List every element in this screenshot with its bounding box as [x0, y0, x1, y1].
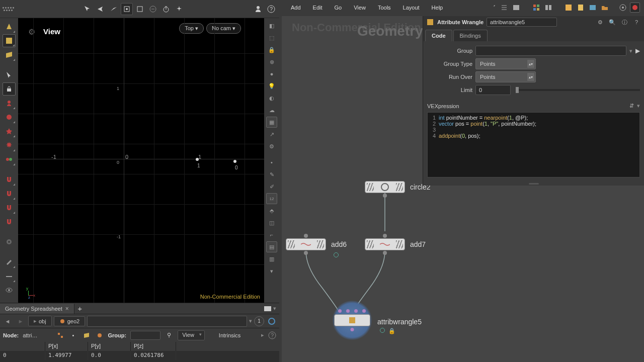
- input-dot[interactable]: [346, 309, 350, 313]
- menu-tools[interactable]: Tools: [373, 3, 396, 13]
- rt-icon[interactable]: ✎: [266, 169, 277, 180]
- note-icon[interactable]: [564, 3, 574, 13]
- magnet2-icon[interactable]: [3, 187, 16, 200]
- resize-grip[interactable]: [423, 182, 644, 186]
- gear-tool-icon[interactable]: [3, 235, 16, 248]
- rt-icon[interactable]: ⌐: [266, 229, 277, 240]
- dropdown-icon[interactable]: ▾: [629, 48, 632, 54]
- arrow2-icon[interactable]: [95, 3, 107, 15]
- input-dot[interactable]: [354, 309, 358, 313]
- input-dot[interactable]: [362, 309, 366, 313]
- input-dot[interactable]: [304, 234, 308, 238]
- minus-icon[interactable]: [147, 3, 159, 15]
- wrench-icon[interactable]: [487, 3, 497, 13]
- document-icon[interactable]: [576, 3, 586, 13]
- rt-icon[interactable]: ●: [266, 68, 277, 79]
- crumb-obj[interactable]: ▸obj: [28, 316, 52, 326]
- view-select[interactable]: View: [178, 330, 205, 340]
- frame-icon[interactable]: [134, 3, 146, 15]
- crumb-geo[interactable]: geo2: [54, 316, 85, 326]
- vex-editor[interactable]: 1int pointNumber = nearpoint(1, @P);2vec…: [427, 112, 640, 177]
- cone-icon[interactable]: [3, 20, 16, 33]
- tab-code[interactable]: Code: [425, 30, 452, 41]
- folder-icon[interactable]: [600, 3, 610, 13]
- search-icon[interactable]: 🔍: [608, 18, 617, 27]
- record-icon[interactable]: [630, 3, 640, 13]
- arrow-tool-icon[interactable]: [82, 3, 94, 15]
- add-tab-button[interactable]: +: [74, 303, 86, 314]
- filter-icon[interactable]: ⚲: [165, 331, 174, 340]
- lock-icon[interactable]: [3, 82, 16, 96]
- red-burst-icon[interactable]: [3, 139, 16, 152]
- rt-icon[interactable]: ▤: [266, 241, 277, 252]
- info-icon[interactable]: ⓘ: [620, 18, 629, 27]
- maximize-icon[interactable]: [264, 306, 271, 311]
- limit-field[interactable]: 0: [475, 85, 511, 95]
- rt-icon[interactable]: ▥: [266, 253, 277, 264]
- knife-icon[interactable]: [3, 269, 16, 283]
- menu-add[interactable]: Add: [286, 3, 306, 13]
- grouptype-select[interactable]: Points▴▾: [475, 58, 536, 69]
- rt-icon[interactable]: •: [266, 157, 277, 168]
- menu-edit[interactable]: Edit: [308, 3, 328, 13]
- sparkle-icon[interactable]: [173, 3, 185, 15]
- input-dot[interactable]: [338, 309, 342, 313]
- rt-num-icon[interactable]: 12: [266, 193, 277, 204]
- image-icon[interactable]: [588, 3, 598, 13]
- timer-icon[interactable]: [160, 3, 172, 15]
- target-icon[interactable]: [618, 3, 628, 13]
- layout-grid-icon[interactable]: [531, 3, 541, 13]
- rt-icon[interactable]: ✐: [266, 181, 277, 192]
- view-orientation-dropdown[interactable]: Top ▾: [179, 23, 204, 34]
- viewport[interactable]: ⚙ View Top ▾ No cam ▾ -1 0 1 0 1 -1 1 0 …: [18, 18, 264, 303]
- rt-icon[interactable]: ⊗: [266, 56, 277, 67]
- node-name-field[interactable]: attribwrangle5: [487, 18, 557, 27]
- box-select-icon[interactable]: [3, 34, 16, 47]
- col-header[interactable]: P[x]: [45, 342, 88, 351]
- output-dot[interactable]: [383, 194, 387, 198]
- rt-icon[interactable]: ↗: [266, 129, 277, 140]
- output-dot[interactable]: [383, 251, 387, 255]
- close-icon[interactable]: ×: [65, 305, 69, 312]
- select-arrow-icon[interactable]: ▶: [635, 47, 640, 54]
- snap-icon[interactable]: [121, 3, 133, 15]
- col-header[interactable]: [0, 342, 45, 351]
- output-dot[interactable]: [304, 251, 308, 255]
- rt-icon[interactable]: ☁: [266, 105, 277, 116]
- gear-icon[interactable]: ⚙: [596, 18, 605, 27]
- mode-icon[interactable]: [82, 331, 91, 340]
- multi-icon[interactable]: [3, 153, 16, 166]
- magnet3-icon[interactable]: [3, 201, 16, 214]
- flag-icon[interactable]: [334, 252, 339, 257]
- person-icon[interactable]: [252, 3, 264, 15]
- red-star-icon[interactable]: [3, 125, 16, 138]
- menu-help[interactable]: Help: [427, 3, 448, 13]
- tab-menu-icon[interactable]: ▾: [273, 305, 276, 312]
- vex-dropdown-icon[interactable]: ▾: [637, 103, 640, 109]
- grip-icon[interactable]: [2, 3, 14, 15]
- camera-dropdown[interactable]: No cam ▾: [206, 23, 241, 34]
- display-flag-icon[interactable]: [380, 328, 385, 333]
- mode-icon[interactable]: [95, 331, 104, 340]
- menu-view[interactable]: View: [349, 3, 371, 13]
- rt-icon[interactable]: ⬚: [266, 32, 277, 43]
- limit-slider[interactable]: [516, 89, 640, 91]
- menu-layout[interactable]: Layout: [398, 3, 425, 13]
- node-add6[interactable]: add6: [286, 238, 347, 250]
- runover-select[interactable]: Points▴▾: [475, 71, 536, 82]
- viewport-gear-icon[interactable]: ⚙: [28, 27, 35, 37]
- brush-icon[interactable]: [3, 255, 16, 268]
- table-row[interactable]: 0 1.49977 0.0 0.0261786: [0, 351, 279, 360]
- rt-icon[interactable]: ◫: [266, 217, 277, 228]
- group-field[interactable]: [130, 331, 160, 340]
- magnet1-icon[interactable]: [3, 173, 16, 186]
- node-add7[interactable]: add7: [365, 238, 426, 250]
- node-attribwrangle5[interactable]: [332, 300, 372, 340]
- rt-icon[interactable]: ⚙: [266, 141, 277, 152]
- help-icon[interactable]: ?: [632, 18, 641, 27]
- play-icon[interactable]: ▸: [261, 332, 264, 338]
- input-dot[interactable]: [383, 234, 387, 238]
- vex-menu-icon[interactable]: ⇵: [629, 103, 634, 109]
- col-header[interactable]: P[z]: [131, 342, 176, 351]
- rt-icon[interactable]: ▾: [266, 265, 277, 277]
